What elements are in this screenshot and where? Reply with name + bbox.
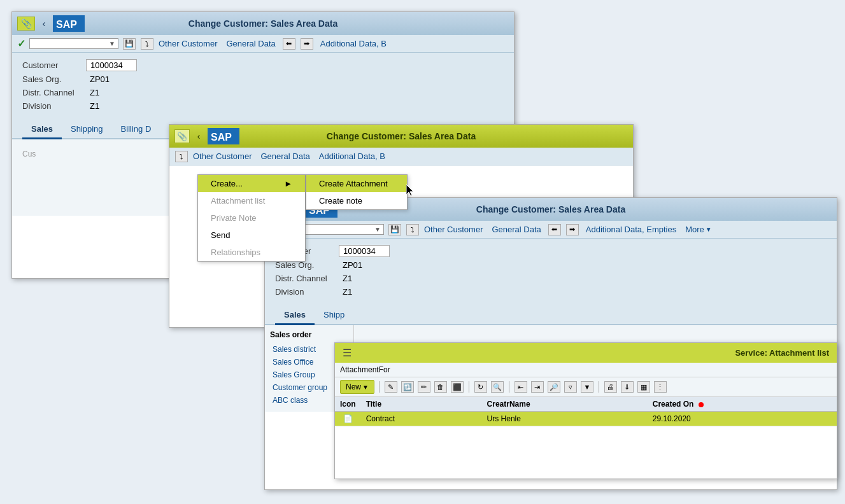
new-label: New bbox=[346, 382, 361, 391]
other-customer-link-2[interactable]: Other Customer bbox=[190, 150, 254, 162]
attachment-panel-title: Service: Attachment list bbox=[735, 348, 829, 358]
title-bar-2: 📎 ‹ SAP Change Customer: Sales Area Data bbox=[169, 125, 633, 148]
more-link-3[interactable]: More ▼ bbox=[683, 223, 714, 235]
back-icon-3[interactable]: ⬅ bbox=[548, 224, 561, 235]
customer-value-1: 1000034 bbox=[86, 59, 137, 71]
additional-data-link-1[interactable]: Additional Data, B bbox=[318, 38, 389, 50]
back-icon-1[interactable]: ⬅ bbox=[283, 38, 295, 50]
table-header-row: Icon Title CreatrName Created On bbox=[335, 397, 837, 412]
division-label-3: Division bbox=[275, 287, 339, 297]
distr-channel-label-1: Distr. Channel bbox=[22, 88, 86, 97]
row-created-on-cell: 29.10.2020 bbox=[648, 412, 837, 426]
division-row-1: Division Z1 bbox=[22, 101, 504, 111]
toolbar-3: ✓ ▼ 💾 ⤵ Other Customer General Data ⬅ ➡ … bbox=[265, 221, 837, 239]
general-data-link-3[interactable]: General Data bbox=[489, 223, 543, 235]
att-refresh-icon[interactable]: ↻ bbox=[474, 381, 487, 393]
tab-shipping-1[interactable]: Shipping bbox=[62, 120, 112, 139]
save-icon-1[interactable]: 💾 bbox=[123, 38, 136, 50]
toolbar-sep-1 bbox=[379, 381, 380, 393]
ref-icon-1[interactable]: ⤵ bbox=[141, 38, 153, 50]
save-icon-3[interactable]: 💾 bbox=[388, 224, 401, 235]
more-chevron-icon: ▼ bbox=[706, 226, 712, 233]
att-filter2-icon[interactable]: ▼ bbox=[581, 381, 593, 393]
ref-icon-3[interactable]: ⤵ bbox=[406, 224, 419, 235]
division-value-3: Z1 bbox=[339, 286, 356, 297]
col-created-on: Created On bbox=[648, 397, 837, 412]
new-dropdown-arrow-icon: ▼ bbox=[362, 384, 369, 391]
attachment-title-bar: ☰ Service: Attachment list bbox=[335, 343, 837, 363]
att-align-center-icon[interactable]: ⇥ bbox=[531, 381, 544, 393]
additional-data-link-2[interactable]: Additional Data, B bbox=[316, 150, 388, 162]
sales-org-value-1: ZP01 bbox=[86, 74, 113, 85]
sales-order-header: Sales order bbox=[270, 330, 348, 339]
submenu-arrow-icon: ► bbox=[284, 179, 292, 188]
additional-data-link-3[interactable]: Additional Data, Empties bbox=[583, 223, 679, 235]
att-grid-icon[interactable]: ▦ bbox=[637, 381, 650, 393]
sales-org-row-1: Sales Org. ZP01 bbox=[22, 74, 504, 85]
tab-billing-1[interactable]: Billing D bbox=[112, 120, 160, 139]
att-download-icon[interactable]: ⇓ bbox=[621, 381, 634, 393]
submenu-create-note[interactable]: Create note bbox=[306, 192, 407, 209]
window-title-3: Change Customer: Sales Area Data bbox=[476, 204, 625, 214]
toolbar-sep-4 bbox=[599, 381, 599, 393]
tab-sales-1[interactable]: Sales bbox=[22, 120, 62, 139]
sap-logo-2: SAP bbox=[208, 128, 239, 144]
general-data-link-2[interactable]: General Data bbox=[258, 150, 312, 162]
att-filter-icon[interactable]: ▿ bbox=[564, 381, 577, 393]
attachment-table: Icon Title CreatrName Created On 📄 bbox=[335, 397, 837, 426]
att-export-icon[interactable]: ⬛ bbox=[451, 381, 464, 393]
other-customer-link-1[interactable]: Other Customer bbox=[156, 38, 220, 50]
check-btn-1[interactable]: ✓ bbox=[17, 38, 25, 50]
dropdown-menu: Create... ► Attachment list Private Note… bbox=[197, 174, 306, 262]
distr-channel-label-3: Distr. Channel bbox=[275, 274, 339, 283]
submenu-create-attachment[interactable]: Create Attachment bbox=[306, 175, 407, 192]
ref-icon-2[interactable]: ⤵ bbox=[175, 151, 188, 162]
nav-arrow-back-2[interactable]: ‹ bbox=[192, 130, 205, 143]
customer-label-1: Customer bbox=[22, 60, 86, 70]
general-data-link-1[interactable]: General Data bbox=[224, 38, 278, 50]
other-customer-link-3[interactable]: Other Customer bbox=[422, 223, 485, 235]
attach-icon-btn-2[interactable]: 📎 bbox=[174, 129, 190, 143]
tab-sales-3[interactable]: Sales bbox=[275, 306, 315, 325]
hamburger-icon[interactable]: ☰ bbox=[343, 347, 351, 359]
menu-item-attachment-list[interactable]: Attachment list bbox=[198, 192, 305, 209]
att-search-icon[interactable]: 🔎 bbox=[548, 381, 560, 393]
form-area-3: Customer 1000034 Sales Org. ZP01 Distr. … bbox=[265, 239, 837, 306]
row-title-cell: Contract bbox=[361, 412, 482, 426]
combo-box-1[interactable]: ▼ bbox=[29, 38, 118, 49]
combo-arrow-3: ▼ bbox=[374, 226, 381, 233]
att-print-icon[interactable]: 🖨 bbox=[604, 381, 617, 393]
att-align-left-icon[interactable]: ⇤ bbox=[515, 381, 527, 393]
sales-org-value-3: ZP01 bbox=[339, 260, 366, 270]
new-button[interactable]: New ▼ bbox=[340, 380, 374, 394]
att-delete-icon[interactable]: 🗑 bbox=[434, 381, 447, 393]
menu-item-create[interactable]: Create... ► bbox=[198, 175, 305, 192]
att-grid2-icon[interactable]: ⋮ bbox=[654, 381, 667, 393]
sap-logo-1: SAP bbox=[53, 15, 85, 32]
distr-channel-value-1: Z1 bbox=[86, 87, 103, 98]
toolbar-sep-3 bbox=[509, 381, 509, 393]
att-zoom-icon[interactable]: 🔍 bbox=[491, 381, 504, 393]
attach-icon-btn-1[interactable]: 📎 bbox=[17, 17, 35, 31]
col-icon: Icon bbox=[335, 397, 361, 412]
nav-arrow-back-1[interactable]: ‹ bbox=[38, 17, 50, 30]
att-copy-icon[interactable]: 🔃 bbox=[401, 381, 414, 393]
svg-text:SAP: SAP bbox=[211, 132, 232, 143]
distr-channel-row-3: Distr. Channel Z1 bbox=[275, 273, 827, 284]
col-creatrnname: CreatrName bbox=[482, 397, 648, 412]
customer-row-1: Customer 1000034 bbox=[22, 59, 504, 71]
menu-item-relationships[interactable]: Relationships bbox=[198, 244, 305, 261]
menu-item-send[interactable]: Send bbox=[198, 227, 305, 244]
att-pencil-icon[interactable]: ✏ bbox=[418, 381, 430, 393]
forward-icon-1[interactable]: ➡ bbox=[301, 38, 313, 50]
table-row[interactable]: 📄 Contract Urs Henle 29.10.2020 bbox=[335, 412, 837, 426]
menu-item-private-note[interactable]: Private Note bbox=[198, 209, 305, 227]
tab-shipping-3[interactable]: Shipp bbox=[315, 306, 353, 325]
window-title-2: Change Customer: Sales Area Data bbox=[327, 131, 476, 141]
tabs-bar-3: Sales Shipp bbox=[265, 306, 837, 325]
combo-arrow-1: ▼ bbox=[109, 40, 115, 47]
window-title-1: Change Customer: Sales Area Data bbox=[188, 18, 337, 29]
form-area-1: Customer 1000034 Sales Org. ZP01 Distr. … bbox=[12, 53, 514, 120]
forward-icon-3[interactable]: ➡ bbox=[566, 224, 579, 235]
att-edit-icon[interactable]: ✎ bbox=[385, 381, 397, 393]
